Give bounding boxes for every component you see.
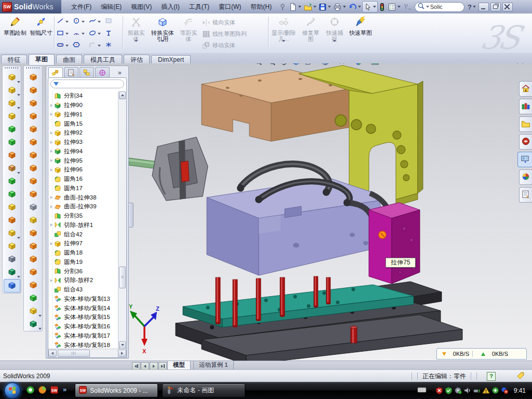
doc-minimize-button[interactable] [486, 63, 498, 65]
feature-tree-item[interactable]: 圆角15 [48, 119, 118, 128]
feature-tree-item[interactable]: 分割34 [48, 91, 118, 101]
boundary-boss-tool-button[interactable] [4, 136, 20, 149]
model-viewport[interactable]: X Y Z [129, 63, 520, 361]
scroll-left-button[interactable] [48, 350, 57, 357]
fillet-surface-tool-button[interactable] [25, 279, 41, 291]
ruled-surface-tool-button[interactable] [25, 188, 41, 201]
close-button[interactable] [502, 3, 513, 11]
model-extrude75-block[interactable] [369, 203, 420, 284]
spline-tool-button[interactable] [88, 16, 104, 28]
quick-launch-media[interactable] [38, 385, 47, 396]
tray-maintenance-warning-icon[interactable] [482, 387, 490, 394]
quick-tips-button[interactable]: ? [487, 372, 496, 381]
lofted-boss-tool-button[interactable] [4, 123, 20, 136]
pin-icon[interactable] [277, 2, 288, 12]
split-tool-button[interactable] [4, 188, 20, 201]
feature-tree-item[interactable]: 切除-放样2 [48, 276, 118, 285]
filled-surface-tool-button[interactable] [25, 136, 41, 149]
feature-tree-item[interactable]: 拉伸97 [48, 239, 118, 248]
feature-tree-item[interactable]: 组合42 [48, 230, 118, 239]
feature-tree-item[interactable]: 圆角17 [48, 184, 118, 193]
extend-surface-tool-button[interactable] [25, 240, 41, 252]
horizontal-scroll-thumb[interactable] [58, 350, 90, 357]
ribbon-tab-草图[interactable]: 草图 [29, 54, 55, 65]
slot-tool-button[interactable] [56, 39, 72, 51]
help-button[interactable]: ? [467, 2, 477, 12]
mirror-entities-button[interactable]: 镜向实体 [202, 17, 267, 28]
selection-filter-button[interactable] [402, 2, 413, 12]
tags-icon[interactable] [516, 371, 525, 381]
view-palette-tab[interactable] [517, 152, 532, 167]
search-input[interactable]: Solic [415, 2, 464, 12]
convert-entities-button[interactable]: 转换实体引用 [150, 15, 176, 50]
undo-button[interactable] [347, 2, 362, 12]
swept-surface-tool-button[interactable] [25, 97, 41, 110]
feature-tree-item[interactable]: 分割36 [48, 267, 118, 276]
trim-entities-button[interactable]: 剪裁实体 [125, 15, 148, 50]
revolved-surface-tool-button[interactable] [25, 84, 41, 97]
delete-face-tool-button[interactable] [25, 201, 41, 214]
boundary-surface-tool-button[interactable] [25, 123, 41, 136]
rapid-sketch-button[interactable]: 快速草图 [348, 15, 373, 50]
reference-geometry-tool-button[interactable] [25, 305, 41, 317]
select-button[interactable] [362, 1, 378, 12]
vertical-scroll-thumb[interactable] [119, 267, 126, 288]
feature-tree-item[interactable]: 切除-放样1 [48, 221, 118, 230]
propertymanager-tab[interactable] [64, 67, 78, 77]
keyboard-layout-icon[interactable] [417, 387, 427, 395]
axis-tool-button[interactable] [4, 253, 20, 265]
next-tab-button[interactable] [150, 362, 158, 370]
tray-security-alert-icon[interactable] [435, 387, 443, 394]
quick-launch-overflow[interactable]: » [63, 385, 66, 393]
view-orientation-button[interactable] [304, 63, 317, 68]
first-tab-button[interactable] [132, 362, 140, 370]
feature-tree-item[interactable]: 实体-移动/复制18 [48, 340, 118, 349]
custom-properties-tab[interactable] [519, 187, 532, 203]
quick-launch-messenger[interactable] [26, 385, 35, 396]
menu-插入I[interactable]: 插入(I) [156, 1, 184, 14]
move-entities-button[interactable]: 移动实体 [202, 39, 267, 51]
feature-tree-item[interactable]: 拉伸91 [48, 110, 118, 119]
options-button[interactable] [387, 2, 402, 12]
rebuild-traffic-light-button[interactable] [378, 2, 387, 12]
point-tool-button[interactable] [104, 39, 121, 51]
feature-tree-item[interactable]: 实体-移动/复制14 [48, 303, 118, 313]
hide-show-items-button[interactable] [337, 63, 351, 68]
feature-tree-item[interactable]: 实体-移动/复制17 [48, 331, 118, 341]
menu-文件F[interactable]: 文件(F) [66, 1, 96, 14]
tree-filter-input[interactable] [50, 79, 124, 88]
fillet-tool-button[interactable] [4, 97, 20, 110]
tree-vertical-scrollbar[interactable] [118, 91, 126, 349]
model-sprue-clamp[interactable] [129, 137, 208, 201]
select-box-tool-button[interactable] [104, 16, 121, 28]
new-document-button[interactable] [288, 2, 302, 12]
feature-tree-item[interactable]: 曲面-拉伸38 [48, 193, 118, 202]
curve-tool-button[interactable] [25, 318, 41, 330]
planar-surface-tool-button[interactable] [25, 149, 41, 162]
zoom-area-button[interactable] [267, 63, 276, 68]
linear-pattern-button[interactable]: 线性草图阵列 [202, 28, 267, 39]
feature-tree-item[interactable]: 拉伸92 [48, 128, 118, 138]
lofted-surface-tool-button[interactable] [25, 110, 41, 123]
line-tool-button[interactable] [56, 16, 72, 28]
untrim-surface-tool-button[interactable] [25, 227, 41, 240]
prev-tab-button[interactable] [141, 362, 149, 370]
feature-tree-item[interactable]: 圆角16 [48, 175, 118, 184]
scroll-up-button[interactable] [119, 91, 126, 99]
tree-horizontal-scrollbar[interactable] [48, 349, 126, 357]
thicken-tool-button[interactable] [25, 175, 41, 188]
feature-tree-item[interactable]: 圆角18 [48, 248, 118, 258]
tray-security-ok-icon[interactable] [445, 387, 453, 394]
arc-tool-button[interactable] [72, 28, 88, 39]
scroll-right-button[interactable] [118, 350, 126, 357]
reference-geometry-tool-button[interactable] [4, 227, 20, 240]
restore-button[interactable] [490, 3, 501, 11]
extruded-surface-tool-button[interactable] [25, 71, 41, 84]
solidworks-resources-tab[interactable] [519, 81, 532, 97]
menu-视图V[interactable]: 视图(V) [126, 1, 156, 14]
design-library-tab[interactable] [519, 99, 532, 114]
quick-launch-solidworks[interactable]: SW [50, 385, 59, 396]
bottom-tab-模型[interactable]: 模型 [167, 361, 191, 370]
doc-restore-button[interactable] [500, 63, 512, 65]
tray-hardware-remove-icon[interactable] [473, 387, 481, 394]
